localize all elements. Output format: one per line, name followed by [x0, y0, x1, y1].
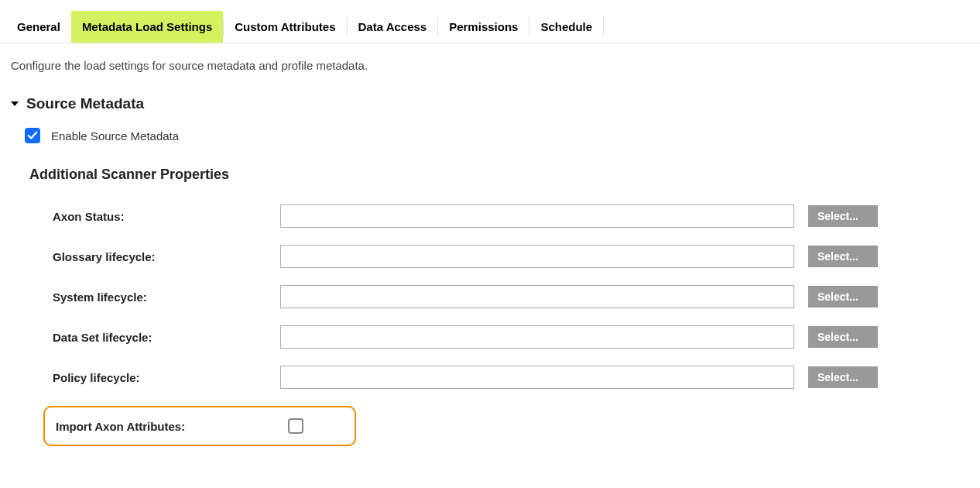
glossary-lifecycle-label: Glossary lifecycle: [53, 250, 280, 263]
caret-down-icon[interactable] [11, 101, 19, 106]
enable-source-metadata-row: Enable Source Metadata [25, 128, 969, 143]
axon-status-select-button[interactable]: Select... [808, 205, 878, 227]
import-axon-attributes-label: Import Axon Attributes: [56, 420, 288, 433]
tab-permissions[interactable]: Permissions [438, 11, 529, 43]
system-lifecycle-input[interactable] [280, 285, 794, 308]
system-lifecycle-row: System lifecycle: Select... [53, 285, 969, 308]
tabs-bar: General Metadata Load Settings Custom At… [0, 0, 980, 43]
tab-general[interactable]: General [6, 11, 71, 43]
check-icon [27, 130, 38, 141]
glossary-lifecycle-input[interactable] [280, 245, 794, 268]
section-title: Source Metadata [26, 95, 144, 112]
policy-lifecycle-label: Policy lifecycle: [53, 371, 280, 384]
enable-source-metadata-label: Enable Source Metadata [51, 129, 179, 143]
policy-lifecycle-select-button[interactable]: Select... [808, 366, 878, 388]
axon-status-label: Axon Status: [53, 210, 280, 223]
glossary-lifecycle-select-button[interactable]: Select... [808, 246, 878, 267]
data-set-lifecycle-input[interactable] [280, 325, 794, 349]
axon-status-input[interactable] [280, 204, 794, 228]
system-lifecycle-select-button[interactable]: Select... [808, 286, 878, 308]
subsection-title: Additional Scanner Properties [29, 167, 969, 183]
content-area: Configure the load settings for source m… [0, 43, 980, 462]
tab-divider [603, 17, 604, 36]
data-set-lifecycle-select-button[interactable]: Select... [808, 326, 878, 348]
tab-schedule[interactable]: Schedule [529, 11, 603, 43]
import-axon-attributes-row: Import Axon Attributes: [43, 406, 356, 446]
section-header: Source Metadata [11, 95, 969, 112]
glossary-lifecycle-row: Glossary lifecycle: Select... [53, 245, 969, 268]
tab-data-access[interactable]: Data Access [348, 11, 438, 43]
import-axon-attributes-checkbox[interactable] [288, 418, 303, 434]
additional-scanner-properties: Additional Scanner Properties Axon Statu… [29, 167, 969, 446]
data-set-lifecycle-label: Data Set lifecycle: [53, 331, 280, 344]
page-description: Configure the load settings for source m… [11, 59, 969, 72]
axon-status-row: Axon Status: Select... [53, 204, 969, 228]
policy-lifecycle-input[interactable] [280, 366, 794, 389]
policy-lifecycle-row: Policy lifecycle: Select... [53, 366, 969, 389]
enable-source-metadata-checkbox[interactable] [25, 128, 40, 143]
data-set-lifecycle-row: Data Set lifecycle: Select... [53, 325, 969, 349]
tab-metadata-load-settings[interactable]: Metadata Load Settings [71, 11, 223, 43]
tab-custom-attributes[interactable]: Custom Attributes [224, 11, 346, 43]
system-lifecycle-label: System lifecycle: [53, 290, 280, 304]
